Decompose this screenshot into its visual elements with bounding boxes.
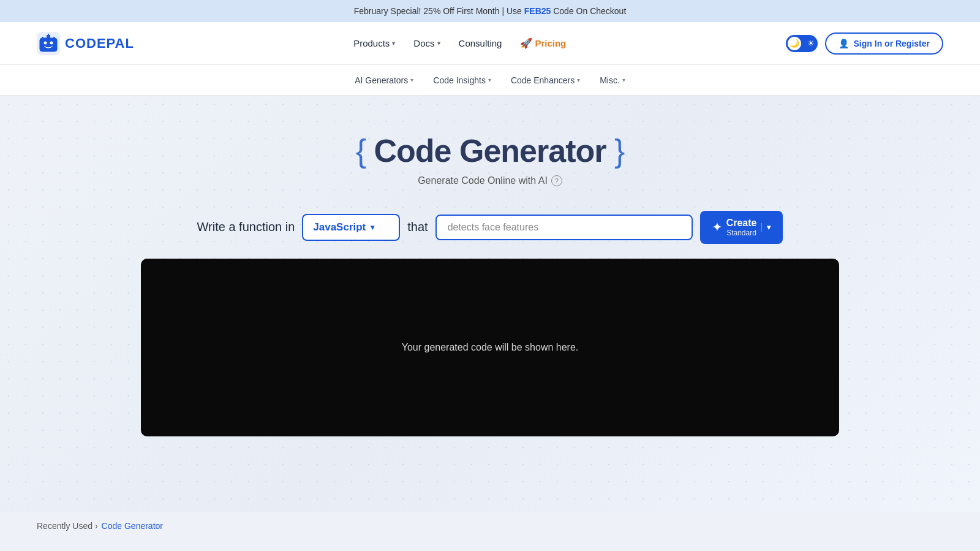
subnav-misc[interactable]: Misc. ▾ [591,70,634,90]
that-label: that [407,220,428,234]
breadcrumb: Recently Used › Code Generator [0,512,980,539]
create-button[interactable]: ✦ Create Standard ▾ [700,211,783,244]
help-icon[interactable]: ? [551,175,562,186]
sign-in-button[interactable]: 👤 Sign In or Register [825,32,943,55]
nav-docs[interactable]: Docs ▾ [406,33,447,53]
write-label: Write a function in [197,220,295,234]
create-dropdown-icon[interactable]: ▾ [761,223,771,232]
logo-text: CODEPAL [65,36,134,51]
subnav-code-insights[interactable]: Code Insights ▾ [424,70,500,90]
code-enhancers-chevron-icon: ▾ [577,77,580,83]
page-subtitle: Generate Code Online with AI ? [12,175,968,186]
logo-icon [37,32,60,55]
generator-row: Write a function in JavaScript ▾ that ✦ … [12,211,968,244]
main-content: { Code Generator } Generate Code Online … [0,96,980,512]
svg-rect-1 [40,38,57,51]
stars-icon: ✦ [712,221,722,234]
title-bracket-close: } [606,133,624,169]
sun-icon: ☀ [807,39,815,48]
nav-products[interactable]: Products ▾ [346,33,402,53]
svg-point-3 [50,41,53,44]
moon-icon: 🌙 [788,37,801,50]
promo-code: FEB25 [524,6,551,16]
banner-suffix: Code On Checkout [551,6,626,16]
svg-rect-5 [48,34,49,36]
subnav-ai-generators[interactable]: AI Generators ▾ [346,70,422,90]
promo-banner: February Special! 25% Off First Month | … [0,0,980,22]
language-select[interactable]: JavaScript ▾ [302,214,400,241]
title-bracket-open: { [356,133,374,169]
code-insights-chevron-icon: ▾ [488,77,491,83]
misc-chevron-icon: ▾ [622,77,625,83]
language-chevron-icon: ▾ [371,223,374,232]
banner-text: February Special! 25% Off First Month | … [354,6,524,16]
rocket-icon: 🚀 [520,37,532,49]
language-value: JavaScript [313,221,366,234]
nav-consulting[interactable]: Consulting [451,33,510,53]
ai-generators-chevron-icon: ▾ [410,77,413,83]
docs-chevron-icon: ▾ [437,40,440,47]
function-description-input[interactable] [435,215,693,240]
logo[interactable]: CODEPAL [37,32,134,55]
code-placeholder-text: Your generated code will be shown here. [402,342,579,353]
svg-rect-7 [53,37,55,39]
user-icon: 👤 [839,39,849,48]
create-btn-main: Create Standard [726,217,757,238]
nav-main: Products ▾ Docs ▾ Consulting 🚀 Pricing [159,32,761,54]
code-output: Your generated code will be shown here. [141,259,839,436]
nav-right: 🌙 ☀ 👤 Sign In or Register [786,32,943,55]
svg-rect-6 [42,37,43,39]
breadcrumb-label: Recently Used › [37,521,98,531]
page-title: { Code Generator } [12,132,968,169]
theme-toggle[interactable]: 🌙 ☀ [786,35,818,52]
subnav-code-enhancers[interactable]: Code Enhancers ▾ [502,70,589,90]
breadcrumb-link[interactable]: Code Generator [102,521,163,531]
products-chevron-icon: ▾ [392,40,395,47]
page-title-section: { Code Generator } Generate Code Online … [12,132,968,186]
svg-point-2 [44,41,47,44]
nav-pricing[interactable]: 🚀 Pricing [513,32,573,54]
subnav: AI Generators ▾ Code Insights ▾ Code Enh… [0,65,980,96]
navbar: CODEPAL Products ▾ Docs ▾ Consulting 🚀 P… [0,22,980,65]
